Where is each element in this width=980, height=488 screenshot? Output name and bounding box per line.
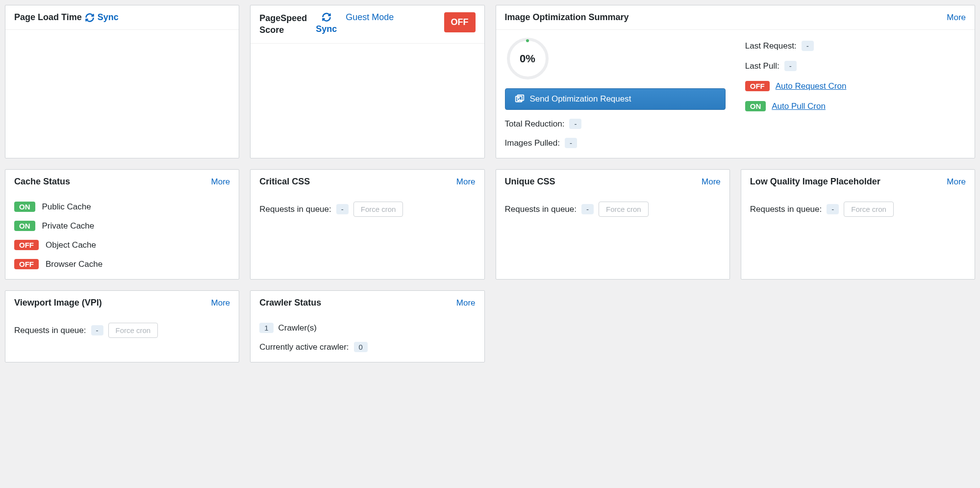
pagespeed-links: Guest Mode (346, 12, 394, 23)
critical-css-more-link[interactable]: More (456, 177, 476, 187)
crawler-active-label: Currently active crawler: (259, 342, 349, 352)
unique-css-more-link[interactable]: More (702, 177, 721, 187)
crawler-count: 1 (259, 323, 273, 333)
guest-mode-label: Guest Mode (346, 12, 394, 22)
crawler-more-link[interactable]: More (456, 298, 476, 308)
sync-icon (322, 12, 331, 22)
lqip-title: Low Quality Image Placeholder (750, 177, 880, 187)
svg-point-2 (518, 97, 519, 98)
cache-status-badge: ON (14, 202, 35, 212)
force-cron-button[interactable]: Force cron (599, 202, 649, 217)
sync-label: Sync (98, 12, 119, 23)
last-request-value: - (802, 41, 814, 51)
page-load-title: Page Load Time (14, 12, 82, 23)
cache-list: ON Public Cache ON Private Cache OFF Obj… (14, 202, 230, 269)
images-pulled-row: Images Pulled: - (505, 138, 726, 148)
cache-status-more-link[interactable]: More (211, 177, 230, 187)
page-load-title-wrap: Page Load Time Sync (14, 12, 119, 23)
vpi-card: Viewport Image (VPI) More Requests in qu… (5, 290, 239, 362)
critical-css-queue-row: Requests in queue: - Force cron (259, 202, 475, 217)
auto-pull-cron-link[interactable]: Auto Pull Cron (772, 102, 826, 111)
queue-value: - (91, 325, 103, 335)
queue-label: Requests in queue: (259, 205, 331, 214)
crawlers-label: Crawler(s) (278, 323, 317, 333)
critical-css-card: Critical CSS More Requests in queue: - F… (250, 169, 484, 280)
auto-request-cron-link[interactable]: Auto Request Cron (776, 81, 847, 91)
crawler-title: Crawler Status (259, 298, 321, 308)
last-request-label: Last Request: (745, 41, 797, 51)
force-cron-button[interactable]: Force cron (353, 202, 403, 217)
images-pulled-label: Images Pulled: (505, 138, 560, 148)
auto-pull-on-badge: ON (745, 101, 766, 111)
imgopt-right: Last Request: - Last Pull: - OFF Auto Re… (745, 38, 966, 148)
lqip-card: Low Quality Image Placeholder More Reque… (741, 169, 975, 280)
unique-css-queue-row: Requests in queue: - Force cron (505, 202, 721, 217)
dashboard-grid: Page Load Time Sync PageSpeed Score Sync (5, 5, 975, 362)
lqip-queue-row: Requests in queue: - Force cron (750, 202, 966, 217)
images-pulled-value: - (565, 138, 577, 148)
send-optimization-button[interactable]: Send Optimization Request (505, 88, 726, 110)
auto-pull-cron-row: ON Auto Pull Cron (745, 101, 966, 111)
cache-status-badge: OFF (14, 259, 39, 269)
last-pull-value: - (784, 61, 797, 71)
last-pull-row: Last Pull: - (745, 61, 966, 71)
imgopt-percent: 0% (520, 52, 535, 65)
queue-value: - (336, 204, 349, 214)
cache-status-title: Cache Status (14, 177, 70, 187)
page-load-time-card: Page Load Time Sync (5, 5, 239, 158)
page-load-body (5, 30, 239, 133)
vpi-title: Viewport Image (VPI) (14, 298, 102, 308)
vpi-queue-row: Requests in queue: - Force cron (14, 323, 230, 338)
pagespeed-title-line2: Score (259, 25, 284, 35)
crawler-count-row: 1 Crawler(s) (259, 323, 475, 333)
queue-value: - (581, 204, 594, 214)
cache-item: OFF Browser Cache (14, 259, 230, 269)
vpi-more-link[interactable]: More (211, 298, 230, 308)
cache-status-badge: ON (14, 221, 35, 231)
force-cron-button[interactable]: Force cron (108, 323, 158, 338)
image-optimization-card: Image Optimization Summary More 0% Send … (496, 5, 976, 158)
imgopt-title: Image Optimization Summary (505, 12, 629, 23)
send-btn-label: Send Optimization Request (530, 94, 631, 104)
pagespeed-sync-link[interactable]: Sync (316, 24, 337, 34)
cache-item: OFF Object Cache (14, 240, 230, 250)
pagespeed-card: PageSpeed Score Sync Guest Mode OFF (250, 5, 484, 158)
cache-item-label: Object Cache (46, 240, 96, 250)
pagespeed-title-line1: PageSpeed (259, 13, 307, 23)
cache-status-card: Cache Status More ON Public Cache ON Pri… (5, 169, 239, 280)
cache-item: ON Public Cache (14, 202, 230, 212)
pagespeed-body (251, 44, 484, 147)
queue-label: Requests in queue: (750, 205, 822, 214)
critical-css-title: Critical CSS (259, 177, 310, 187)
imgopt-grid: 0% Send Optimization Request Total Reduc… (505, 38, 966, 148)
imgopt-left: 0% Send Optimization Request Total Reduc… (505, 38, 726, 148)
queue-value: - (827, 204, 839, 214)
pagespeed-sync-col: Sync (316, 12, 337, 34)
images-icon (514, 94, 525, 104)
imgopt-more-link[interactable]: More (947, 13, 966, 23)
queue-label: Requests in queue: (14, 326, 86, 335)
pagespeed-header: PageSpeed Score Sync Guest Mode OFF (251, 5, 484, 44)
total-reduction-row: Total Reduction: - (505, 119, 726, 129)
cache-item: ON Private Cache (14, 221, 230, 231)
force-cron-button[interactable]: Force cron (844, 202, 894, 217)
crawler-active-value: 0 (354, 342, 368, 352)
lqip-more-link[interactable]: More (947, 177, 966, 187)
pagespeed-off-badge: OFF (444, 12, 476, 32)
cache-status-badge: OFF (14, 240, 39, 250)
crawler-card: Crawler Status More 1 Crawler(s) Current… (250, 290, 484, 362)
guest-mode-link[interactable]: Guest Mode (346, 12, 394, 23)
last-pull-label: Last Pull: (745, 61, 779, 71)
last-request-row: Last Request: - (745, 41, 966, 51)
sync-icon (85, 13, 95, 23)
total-reduction-value: - (569, 119, 581, 129)
unique-css-card: Unique CSS More Requests in queue: - For… (496, 169, 730, 280)
queue-label: Requests in queue: (505, 205, 577, 214)
page-load-sync-link[interactable]: Sync (85, 12, 119, 23)
auto-request-cron-row: OFF Auto Request Cron (745, 81, 966, 91)
total-reduction-label: Total Reduction: (505, 119, 565, 129)
auto-request-off-badge: OFF (745, 81, 770, 91)
cache-item-label: Browser Cache (46, 259, 102, 269)
unique-css-title: Unique CSS (505, 177, 555, 187)
pagespeed-title: PageSpeed Score (259, 12, 307, 36)
